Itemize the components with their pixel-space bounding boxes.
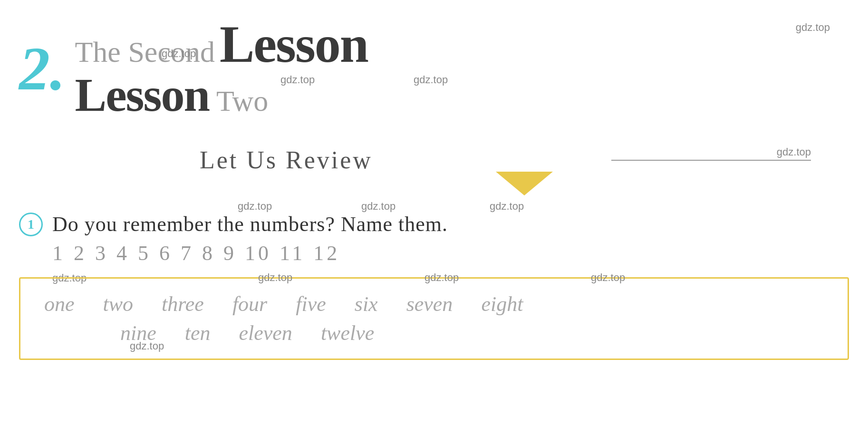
word-eight: eight xyxy=(481,292,523,316)
watermark-box-bottom: gdz.top xyxy=(130,340,164,352)
header-line-2: Lesson Two xyxy=(75,68,368,122)
header-line-1: The Second Lesson xyxy=(75,14,368,75)
review-line xyxy=(611,160,811,161)
word-four: four xyxy=(232,292,267,316)
header-section: 2. The Second Lesson Lesson Two gdz.top … xyxy=(0,0,868,132)
review-header: Let Us Review gdz.top xyxy=(19,146,849,174)
word-seven: seven xyxy=(406,292,453,316)
word-twelve: twelve xyxy=(321,321,374,345)
review-section: Let Us Review gdz.top xyxy=(0,146,868,195)
word-five: five xyxy=(296,292,326,316)
arrow-container xyxy=(200,172,849,195)
watermark-top-right: gdz.top xyxy=(796,21,830,34)
watermark-header-1: gdz.top xyxy=(162,48,196,60)
word-ten: ten xyxy=(185,321,211,345)
word-box: gdz.top gdz.top gdz.top one two three fo… xyxy=(19,277,849,360)
watermark-ex-2: gdz.top xyxy=(361,200,395,213)
word-two: two xyxy=(103,292,134,316)
lesson-dark-label: Lesson xyxy=(75,68,210,122)
numbers-display: 1 2 3 4 5 6 7 8 9 10 11 12 xyxy=(52,241,849,265)
word-three: three xyxy=(162,292,204,316)
watermark-box-1: gdz.top xyxy=(258,272,292,284)
exercise-number-badge: 1 xyxy=(19,213,43,236)
review-title-area: Let Us Review xyxy=(200,146,373,174)
header-text-block: The Second Lesson Lesson Two xyxy=(75,14,368,122)
watermark-ex-1: gdz.top xyxy=(238,200,272,213)
exercise-row-1: 1 Do you remember the numbers? Name them… xyxy=(19,212,849,236)
exercise-instruction: Do you remember the numbers? Name them. xyxy=(52,212,448,236)
watermark-review-right: gdz.top xyxy=(777,146,811,158)
word-six: six xyxy=(355,292,378,316)
arrow-down-icon xyxy=(496,172,553,195)
word-box-row-2: nine ten eleven twelve xyxy=(120,321,824,345)
lesson-number: 2. xyxy=(19,38,66,99)
watermark-box-2: gdz.top xyxy=(424,272,459,284)
watermark-header-2: gdz.top xyxy=(280,74,315,86)
watermark-header-3: gdz.top xyxy=(414,74,448,86)
word-box-row-1: one two three four five six seven eight xyxy=(44,292,824,316)
watermark-ex-3: gdz.top xyxy=(490,200,524,213)
watermark-box-3: gdz.top xyxy=(591,272,625,284)
lesson-big-label: Lesson xyxy=(220,14,368,75)
exercise-area: gdz.top gdz.top gdz.top 1 Do you remembe… xyxy=(0,195,868,265)
word-one: one xyxy=(44,292,75,316)
two-label: Two xyxy=(216,84,268,118)
review-title: Let Us Review xyxy=(200,146,373,174)
word-eleven: eleven xyxy=(239,321,292,345)
